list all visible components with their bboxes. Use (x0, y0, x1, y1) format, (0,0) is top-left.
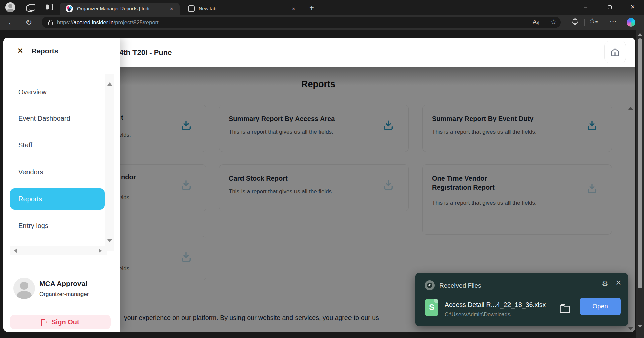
scroll-up-icon[interactable] (628, 107, 633, 110)
address-bar[interactable]: https://accred.insider.in/project/825/re… (42, 17, 561, 28)
scroll-up-icon[interactable] (638, 33, 642, 36)
divider (10, 271, 116, 271)
header-divider (596, 42, 596, 63)
sidebar-item-event-dashboard[interactable]: Event Dashboard (10, 110, 105, 126)
browser-titlebar: Organizer Manager Reports | Indi × New t… (0, 0, 644, 15)
back-icon[interactable]: ← (7, 19, 15, 26)
sidebar-horizontal-scrollbar[interactable] (10, 246, 107, 255)
window-close-button[interactable]: × (625, 0, 640, 14)
home-icon (610, 47, 620, 57)
home-button[interactable] (604, 41, 626, 63)
excel-file-icon: S (425, 299, 438, 316)
scroll-left-icon[interactable] (14, 248, 17, 253)
favorites-list-icon[interactable]: ☆≡ (589, 17, 598, 24)
download-settings-gear-icon[interactable]: ⚙ (602, 280, 608, 288)
toolbar-divider (584, 19, 585, 26)
settings-more-icon[interactable]: ⋯ (610, 18, 617, 25)
logout-icon (41, 319, 47, 325)
user-avatar (13, 278, 35, 299)
vertical-tabs-icon[interactable] (46, 4, 53, 10)
tab-new-tab[interactable]: New tab × (184, 3, 305, 15)
read-aloud-icon[interactable]: A)) (533, 19, 539, 25)
scroll-down-icon[interactable] (628, 327, 633, 330)
user-role: Organizer-manager (39, 291, 89, 298)
open-file-button[interactable]: Open (580, 298, 621, 315)
show-in-folder-icon[interactable] (559, 303, 570, 313)
tab-close-icon[interactable]: × (292, 6, 296, 12)
extensions-puzzle-icon[interactable] (571, 18, 579, 26)
sidebar-item-vendors[interactable]: Vendors (10, 164, 105, 180)
favorite-star-icon[interactable]: ☆ (551, 18, 557, 25)
copilot-icon[interactable] (627, 18, 635, 27)
lock-icon[interactable] (48, 22, 53, 25)
scroll-right-icon[interactable] (99, 248, 102, 253)
scrollbar-thumb[interactable] (638, 38, 642, 288)
url-text[interactable]: https://accred.insider.in/project/825/re… (57, 19, 159, 26)
sidebar-vertical-scrollbar[interactable] (105, 74, 114, 251)
refresh-icon[interactable]: ↻ (25, 19, 32, 26)
new-tab-favicon (188, 5, 195, 12)
divider (10, 311, 116, 311)
received-files-icon (425, 280, 435, 290)
tab-title: New tab (199, 6, 216, 11)
sidebar-item-overview[interactable]: Overview (10, 84, 105, 100)
browser-scrollbar[interactable] (636, 30, 644, 338)
divider (6, 66, 117, 66)
insider-favicon (66, 5, 73, 12)
browser-toolbar: ← ↻ https://accred.insider.in/project/82… (0, 15, 644, 30)
scroll-up-icon[interactable] (107, 82, 112, 86)
scroll-down-icon[interactable] (107, 239, 112, 242)
reports-drawer: × Reports Overview Event Dashboard Staff… (3, 38, 120, 332)
tab-close-icon[interactable]: × (170, 6, 173, 12)
browser-profile-avatar[interactable] (5, 2, 15, 12)
sign-out-label: Sign Out (51, 318, 79, 326)
downloaded-file-name[interactable]: Access Detail R...4_22_18_36.xlsx (445, 301, 546, 309)
drawer-title: Reports (32, 47, 58, 55)
downloaded-file-path: C:\Users\Admin\Downloads (445, 312, 511, 318)
received-files-panel: Received Files ⚙ × S Access Detail R...4… (415, 273, 628, 326)
new-tab-button[interactable]: + (309, 4, 314, 12)
tab-organizer-manager-reports[interactable]: Organizer Manager Reports | Indi × (60, 3, 180, 15)
minimize-button[interactable]: – (578, 0, 593, 14)
drawer-close-icon[interactable]: × (15, 45, 26, 56)
scroll-down-icon[interactable] (638, 325, 642, 328)
event-title: 4th T20I - Pune (119, 48, 172, 57)
sidebar-item-entry-logs[interactable]: Entry logs (10, 218, 105, 234)
workspaces-icon[interactable] (28, 4, 35, 10)
sidebar-item-reports[interactable]: Reports (10, 188, 105, 210)
download-panel-close-icon[interactable]: × (616, 278, 621, 287)
sidebar-item-staff[interactable]: Staff (10, 137, 105, 153)
restore-button[interactable] (602, 0, 618, 14)
user-name: MCA Approval (39, 280, 87, 288)
received-files-title: Received Files (439, 282, 481, 289)
sign-out-button[interactable]: Sign Out (10, 315, 111, 329)
